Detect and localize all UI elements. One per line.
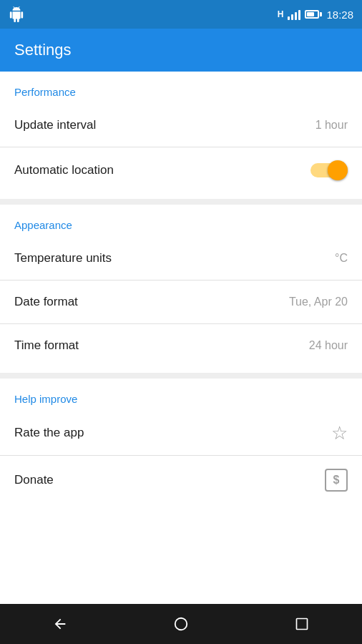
android-icon bbox=[9, 6, 24, 22]
setting-value-temperature-units: °C bbox=[335, 252, 348, 265]
setting-label-temperature-units: Temperature units bbox=[14, 251, 112, 265]
recent-icon bbox=[295, 617, 309, 631]
setting-label-date-format: Date format bbox=[14, 295, 78, 309]
app-bar-title: Settings bbox=[14, 41, 72, 59]
star-icon: ☆ bbox=[331, 424, 348, 442]
section-divider-1 bbox=[0, 199, 362, 205]
setting-item-time-format[interactable]: Time format 24 hour bbox=[0, 324, 362, 367]
signal-icon bbox=[288, 9, 300, 20]
home-icon bbox=[173, 616, 189, 632]
setting-label-donate: Donate bbox=[14, 473, 54, 487]
status-icons: H 18:28 bbox=[278, 9, 353, 21]
section-divider-2 bbox=[0, 373, 362, 379]
section-header-help-improve: Help improve bbox=[0, 379, 362, 411]
setting-item-automatic-location[interactable]: Automatic location bbox=[0, 147, 362, 193]
app-bar: Settings bbox=[0, 29, 362, 72]
setting-value-time-format: 24 hour bbox=[309, 339, 348, 352]
setting-value-update-interval: 1 hour bbox=[315, 119, 348, 132]
setting-label-update-interval: Update interval bbox=[14, 118, 96, 132]
nav-recent-button[interactable] bbox=[280, 604, 323, 644]
setting-label-automatic-location: Automatic location bbox=[14, 163, 114, 177]
settings-content: Performance Update interval 1 hour Autom… bbox=[0, 72, 362, 604]
battery-icon bbox=[305, 10, 322, 19]
section-header-performance: Performance bbox=[0, 72, 362, 104]
svg-point-0 bbox=[175, 618, 187, 630]
status-time: 18:28 bbox=[326, 9, 353, 21]
dollar-icon: $ bbox=[325, 469, 348, 492]
toggle-automatic-location[interactable] bbox=[310, 160, 348, 180]
status-bar: H 18:28 bbox=[0, 0, 362, 29]
bottom-nav bbox=[0, 604, 362, 644]
network-type: H bbox=[278, 9, 284, 19]
toggle-thumb bbox=[328, 160, 348, 180]
setting-label-rate-the-app: Rate the app bbox=[14, 426, 84, 440]
setting-item-donate[interactable]: Donate $ bbox=[0, 456, 362, 504]
nav-home-button[interactable] bbox=[160, 604, 202, 644]
setting-value-date-format: Tue, Apr 20 bbox=[289, 296, 348, 308]
setting-item-rate-the-app[interactable]: Rate the app ☆ bbox=[0, 411, 362, 455]
svg-rect-1 bbox=[296, 619, 307, 630]
setting-item-date-format[interactable]: Date format Tue, Apr 20 bbox=[0, 280, 362, 323]
back-icon bbox=[52, 616, 68, 632]
setting-item-update-interval[interactable]: Update interval 1 hour bbox=[0, 104, 362, 147]
setting-label-time-format: Time format bbox=[14, 338, 79, 353]
section-header-appearance: Appearance bbox=[0, 205, 362, 237]
nav-back-button[interactable] bbox=[39, 604, 82, 644]
setting-item-temperature-units[interactable]: Temperature units °C bbox=[0, 237, 362, 280]
